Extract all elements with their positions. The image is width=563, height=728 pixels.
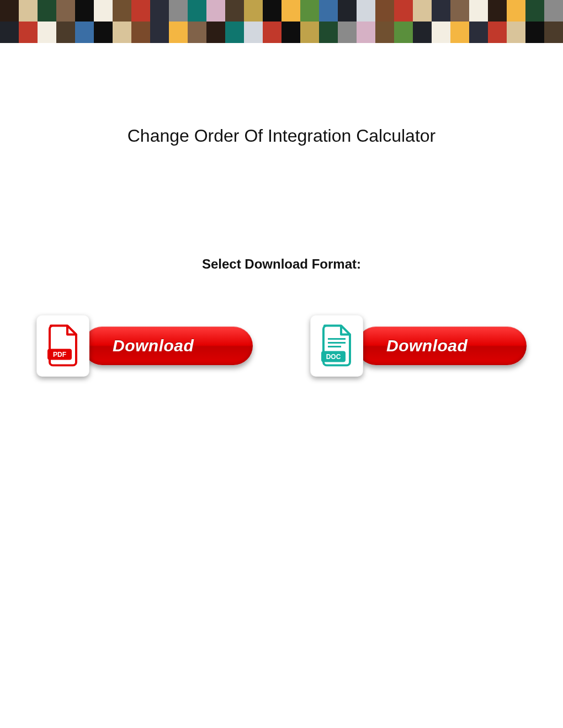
doc-file-icon: DOC [310, 315, 363, 377]
page-title: Change Order Of Integration Calculator [0, 126, 563, 146]
download-option-pdf: PDF Download [36, 315, 253, 377]
doc-badge-text: DOC [326, 353, 341, 361]
pdf-file-icon: PDF [36, 315, 89, 377]
download-doc-button[interactable]: Download [357, 326, 527, 365]
download-pdf-button[interactable]: Download [83, 326, 253, 365]
download-pdf-button-label: Download [113, 336, 194, 355]
media-collage-banner [0, 0, 563, 43]
download-option-doc: DOC Download [310, 315, 527, 377]
select-download-format-label: Select Download Format: [0, 256, 563, 272]
pdf-badge-text: PDF [53, 351, 66, 358]
download-doc-button-label: Download [386, 336, 468, 355]
download-options-row: PDF Download DOC Download [36, 315, 527, 377]
